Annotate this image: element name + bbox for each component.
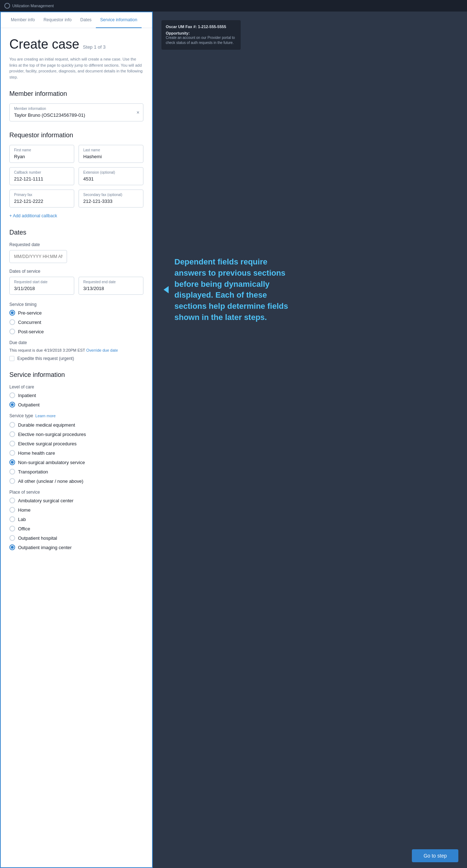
step-label: Step 1 of 3 <box>83 44 106 50</box>
service-type-label: Service type <box>9 413 33 418</box>
top-bar: Utilization Management <box>0 0 467 12</box>
radio-home-health-label: Home health care <box>18 450 55 456</box>
radio-lab[interactable]: Lab <box>9 516 143 522</box>
learn-more-link[interactable]: Learn more <box>35 414 55 418</box>
end-date-field[interactable]: Requested end date 3/13/2018 <box>79 277 143 295</box>
service-info-title: Service information <box>9 371 143 379</box>
radio-office-label: Office <box>18 526 30 531</box>
radio-home[interactable]: Home <box>9 507 143 513</box>
service-type-header: Service type Learn more <box>9 413 143 418</box>
radio-elective-nonsurgical[interactable]: Elective non-surgical procedures <box>9 431 143 437</box>
last-name-value: Hashemi <box>83 154 102 159</box>
radio-durable-medical[interactable]: Durable medical equipment <box>9 422 143 428</box>
page-description: You are creating an initial request, whi… <box>9 56 143 80</box>
fax-info-box: Oscar UM Fax #: 1-212-555-5555 Opportuni… <box>161 20 241 50</box>
start-date-field[interactable]: Requested start date 3/11/2018 <box>9 277 74 295</box>
radio-pre-service-indicator <box>9 310 15 316</box>
radio-nonsurgical-ambulatory-indicator <box>9 459 15 465</box>
radio-outpatient-hospital-indicator <box>9 535 15 541</box>
radio-post-service[interactable]: Post-service <box>9 329 143 334</box>
radio-outpatient-imaging[interactable]: Outpatient imaging center <box>9 544 143 550</box>
member-info-value: Taylor Bruno (OSC123456789-01) <box>14 112 85 118</box>
radio-elective-surgical-indicator <box>9 441 15 446</box>
tab-dates[interactable]: Dates <box>76 12 96 28</box>
requested-date-input[interactable] <box>9 250 67 263</box>
radio-inpatient-label: Inpatient <box>18 393 36 398</box>
primary-fax-field[interactable]: Primary fax 212-121-2222 <box>9 190 74 208</box>
member-info-label: Member information <box>14 107 139 111</box>
service-timing-label: Service timing <box>9 302 143 307</box>
expedite-label: Expedite this request (urgent) <box>17 356 74 361</box>
page-title: Create case <box>9 37 79 52</box>
radio-ambulatory-surgical[interactable]: Ambulatory surgical center <box>9 498 143 503</box>
logo-icon <box>4 3 10 9</box>
bottom-bar: Go to step <box>153 843 467 868</box>
service-dates-row: Requested start date 3/11/2018 Requested… <box>9 277 143 299</box>
radio-post-service-indicator <box>9 329 15 334</box>
add-callback-link[interactable]: + Add additional callback <box>9 213 57 218</box>
radio-home-health-indicator <box>9 450 15 456</box>
radio-home-label: Home <box>18 507 31 513</box>
opportunity-label: Opportunity: <box>166 31 236 35</box>
radio-home-health[interactable]: Home health care <box>9 450 143 456</box>
opportunity-text: Create an account on our Provider portal… <box>166 35 236 45</box>
radio-transportation-indicator <box>9 469 15 475</box>
radio-elective-surgical[interactable]: Elective surgical procedures <box>9 441 143 446</box>
callback-number-label: Callback number <box>14 170 70 174</box>
last-name-field[interactable]: Last name Hashemi <box>79 145 143 163</box>
first-name-label: First name <box>14 148 70 152</box>
form-panel: Member info Requestor info Dates Service… <box>0 12 153 868</box>
radio-inpatient[interactable]: Inpatient <box>9 392 143 398</box>
secondary-fax-label: Secondary fax (optional) <box>83 193 139 197</box>
radio-elective-nonsurgical-label: Elective non-surgical procedures <box>18 432 86 437</box>
radio-transportation-label: Transportation <box>18 469 48 475</box>
radio-pre-service[interactable]: Pre-service <box>9 310 143 316</box>
right-panel: Oscar UM Fax #: 1-212-555-5555 Opportuni… <box>153 12 467 868</box>
member-info-field[interactable]: Member information Taylor Bruno (OSC1234… <box>9 103 143 121</box>
tab-member-info[interactable]: Member info <box>6 12 39 28</box>
radio-home-indicator <box>9 507 15 513</box>
service-type-group: Durable medical equipment Elective non-s… <box>9 422 143 484</box>
radio-nonsurgical-ambulatory-label: Non-surgical ambulatory service <box>18 460 85 465</box>
end-date-value: 3/13/2018 <box>83 286 104 291</box>
override-due-date-link[interactable]: Override due date <box>86 348 118 352</box>
radio-durable-medical-label: Durable medical equipment <box>18 422 75 428</box>
radio-outpatient-imaging-indicator <box>9 544 15 550</box>
place-of-service-group: Ambulatory surgical center Home Lab Offi… <box>9 498 143 550</box>
service-timing-group: Pre-service Concurrent Post-service <box>9 310 143 334</box>
callback-number-field[interactable]: Callback number 212-121-1111 <box>9 167 74 185</box>
tab-service-information[interactable]: Service information <box>96 12 142 28</box>
last-name-label: Last name <box>83 148 139 152</box>
clear-member-button[interactable]: × <box>137 110 139 115</box>
tab-bar: Member info Requestor info Dates Service… <box>1 12 152 28</box>
service-section: Service information Level of care Inpati… <box>9 371 143 550</box>
member-info-title: Member information <box>9 90 143 98</box>
dates-title: Dates <box>9 229 143 236</box>
callout-arrow <box>164 286 169 293</box>
dates-of-service-label: Dates of service <box>9 269 143 274</box>
radio-post-service-label: Post-service <box>18 329 44 334</box>
go-to-step-button[interactable]: Go to step <box>412 849 458 862</box>
fax-row: Primary fax 212-121-2222 Secondary fax (… <box>9 190 143 212</box>
radio-outpatient[interactable]: Outpatient <box>9 402 143 408</box>
radio-outpatient-hospital[interactable]: Outpatient hospital <box>9 535 143 541</box>
expedite-checkbox-box <box>9 356 14 361</box>
radio-outpatient-imaging-label: Outpatient imaging center <box>18 545 72 550</box>
first-name-field[interactable]: First name Ryan <box>9 145 74 163</box>
radio-durable-medical-indicator <box>9 422 15 428</box>
requested-date-label: Requested date <box>9 242 143 247</box>
tab-requestor-info[interactable]: Requestor info <box>39 12 76 28</box>
radio-concurrent[interactable]: Concurrent <box>9 319 143 325</box>
radio-nonsurgical-ambulatory[interactable]: Non-surgical ambulatory service <box>9 459 143 465</box>
secondary-fax-field[interactable]: Secondary fax (optional) 212-121-3333 <box>79 190 143 208</box>
radio-elective-surgical-label: Elective surgical procedures <box>18 441 77 446</box>
radio-elective-nonsurgical-indicator <box>9 431 15 437</box>
radio-outpatient-hospital-label: Outpatient hospital <box>18 535 57 541</box>
app-title: Utilization Management <box>12 4 54 8</box>
radio-transportation[interactable]: Transportation <box>9 469 143 475</box>
radio-office[interactable]: Office <box>9 526 143 531</box>
radio-all-other[interactable]: All other (unclear / none above) <box>9 478 143 484</box>
extension-value: 4531 <box>83 176 94 182</box>
expedite-checkbox[interactable]: Expedite this request (urgent) <box>9 356 143 361</box>
extension-field[interactable]: Extension (optional) 4531 <box>79 167 143 185</box>
